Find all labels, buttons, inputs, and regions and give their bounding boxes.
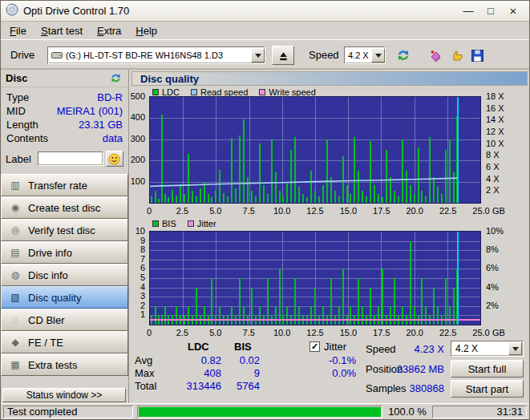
disc-refresh-button[interactable] (107, 71, 123, 86)
info-value[interactable]: data (103, 132, 123, 144)
drive-select[interactable]: (G:) HL-DT-ST BD-RE WH16NS48 1.D3 (47, 46, 265, 64)
hand-tool-button[interactable] (447, 46, 467, 65)
info-value: MEIRA1 (001) (57, 105, 123, 117)
chart2-bar (330, 278, 332, 325)
app-icon (6, 3, 18, 18)
chart2-bar (410, 241, 411, 325)
drive-info-icon: ▤ (7, 247, 23, 258)
axis-tick-label: 2 (140, 301, 145, 310)
chart2-bar (322, 306, 324, 325)
sidebar-item-create-test-disc[interactable]: ◉Create test disc (1, 196, 128, 219)
chart2-bar (382, 269, 383, 325)
read-speed-line (150, 97, 480, 203)
eraser-icon (429, 48, 443, 63)
axis-tick-label: 17.5 (373, 328, 390, 337)
menu-help[interactable]: Help (128, 22, 164, 39)
drive-select-arrow[interactable] (251, 48, 265, 63)
disc-label-input[interactable] (38, 151, 103, 166)
axis-tick-label: 6 (140, 263, 145, 273)
elapsed-time: 31:31 (432, 406, 527, 418)
total-bis-value: 5764 (225, 380, 260, 392)
end-of-test-marker (457, 232, 459, 325)
chart2-y-axis-right: 10%8%6%4%2% (483, 231, 525, 325)
progress-percent-label: 100.0 % (386, 406, 428, 418)
sidebar-item-extra-tests[interactable]: ▦Extra tests (1, 353, 128, 376)
disc-header-label: Disc (6, 72, 27, 84)
axis-tick-label: 20.0 (406, 328, 423, 337)
sidebar-item-disc-info[interactable]: ◍Disc info (1, 264, 128, 286)
status-window-button[interactable]: Status window >> (2, 388, 126, 402)
title-bar: Opti Drive Control 1.70 — □ × (1, 1, 529, 22)
axis-tick-label: 5 (140, 273, 145, 282)
start-part-button[interactable]: Start part (451, 380, 524, 398)
disc-info-row-mid: MID MEIRA1 (001) (1, 104, 128, 118)
sidebar-item-cd-bler[interactable]: ◌CD Bler (1, 309, 128, 331)
axis-tick-label: 12.5 (306, 328, 323, 337)
sidebar-item-verify-test-disc[interactable]: ◎Verify test disc (1, 219, 128, 241)
transfer-rate-icon: ▥ (7, 180, 23, 191)
info-label: Contents (6, 132, 48, 144)
speed-select[interactable]: 4.2 X (344, 46, 386, 64)
cd-bler-icon: ◌ (7, 314, 23, 325)
status-text: Test completed (3, 406, 133, 418)
jitter-checkbox-label[interactable]: Jitter (324, 341, 346, 353)
smiley-button[interactable] (106, 151, 123, 167)
axis-tick-label: 22.5 (439, 206, 456, 216)
speed-select-arrow[interactable] (371, 48, 385, 63)
speed-result-select[interactable]: 4.2 X (451, 341, 524, 357)
chart2-bar (231, 306, 233, 325)
axis-tick-label: 25.0 (472, 328, 489, 337)
sidebar-item-disc-quality[interactable]: ▧Disc quality (1, 286, 128, 309)
refresh-button[interactable] (394, 46, 413, 65)
minimize-button[interactable]: — (457, 3, 479, 19)
disc-info-row-type: Type BD-R (1, 91, 128, 104)
gridline (150, 260, 480, 260)
speed-result-select-arrow[interactable] (508, 342, 522, 355)
jitter-value-1: -0.1% (301, 354, 356, 366)
verify-test-disc-icon: ◎ (7, 224, 23, 236)
maximize-button[interactable]: □ (479, 3, 502, 19)
sidebar-item-label: Disc info (28, 269, 68, 281)
disc-info-icon: ◍ (7, 269, 23, 281)
label-row: Label (1, 150, 128, 168)
axis-tick-label: 400 (131, 112, 145, 122)
eject-button[interactable] (272, 46, 294, 65)
drive-icon (51, 50, 63, 61)
menu-start-test[interactable]: Start test (34, 22, 90, 39)
axis-tick-label: 22.5 (439, 328, 456, 337)
speed-label: Speed (309, 49, 339, 61)
panel-title: Disc quality (131, 71, 528, 86)
sidebar-item-drive-info[interactable]: ▤Drive info (1, 241, 128, 264)
axis-tick-label: 16 X (486, 103, 504, 113)
info-label: Length (6, 119, 38, 131)
ldc-column-header: LDC (188, 341, 209, 353)
axis-tick-label: 15.0 (340, 328, 357, 337)
disc-info-row-length: Length 23.31 GB (1, 118, 128, 131)
chart2-bar (155, 306, 156, 325)
disc-info-row-contents: Contents data (1, 131, 128, 145)
samples-value: 380868 (394, 382, 444, 394)
save-button[interactable] (467, 46, 487, 65)
chart2-bar (402, 306, 403, 325)
menu-extra[interactable]: Extra (90, 22, 128, 39)
gridline (150, 278, 480, 279)
axis-tick-label: 18 X (486, 91, 504, 101)
sidebar-item-fe-te[interactable]: ◆FE / TE (1, 331, 128, 353)
sidebar-item-label: CD Bler (28, 314, 65, 326)
axis-tick-label: 12 X (486, 127, 504, 136)
end-of-test-marker (457, 97, 459, 203)
erase-disc-button[interactable] (427, 46, 446, 65)
chart2-bar (449, 306, 451, 325)
close-button[interactable]: × (502, 3, 524, 19)
axis-unit-label: GB (492, 206, 505, 216)
refresh-icon (110, 72, 122, 84)
start-full-button[interactable]: Start full (451, 360, 524, 378)
drive-select-value: (G:) HL-DT-ST BD-RE WH16NS48 1.D3 (66, 50, 249, 60)
axis-tick-label: 7.5 (243, 206, 255, 216)
sidebar-item-transfer-rate[interactable]: ▥Transfer rate (1, 174, 128, 196)
jitter-checkbox[interactable]: ✓ (310, 341, 320, 352)
sidebar: Disc Type BD-R MID MEIRA1 (001) Length 2… (1, 70, 129, 405)
legend-item-bis: BIS (152, 219, 176, 228)
save-icon (471, 49, 484, 63)
menu-file[interactable]: File (2, 22, 34, 39)
